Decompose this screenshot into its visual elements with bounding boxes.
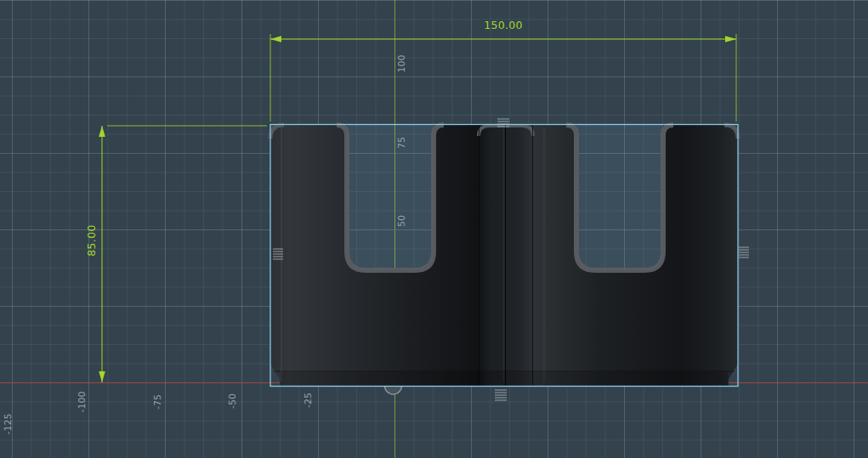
x-tick-neg75: -75 (152, 394, 163, 410)
cad-canvas[interactable]: 150.00 85.00 100 75 50 -125 -100 -75 -50… (0, 0, 868, 458)
x-tick-neg25: -25 (303, 393, 314, 408)
x-tick-neg100: -100 (77, 392, 88, 413)
y-tick-50: 50 (396, 215, 407, 227)
x-tick-neg125: -125 (3, 414, 14, 435)
width-dimension[interactable] (270, 34, 736, 122)
height-dimension-value[interactable]: 85.00 (85, 224, 98, 256)
y-tick-75: 75 (396, 137, 407, 149)
width-dimension-value[interactable]: 150.00 (270, 19, 736, 31)
height-dimension[interactable] (99, 126, 267, 382)
dimension-annotations (0, 0, 868, 458)
y-tick-100: 100 (396, 55, 407, 73)
x-tick-neg50: -50 (227, 393, 238, 409)
